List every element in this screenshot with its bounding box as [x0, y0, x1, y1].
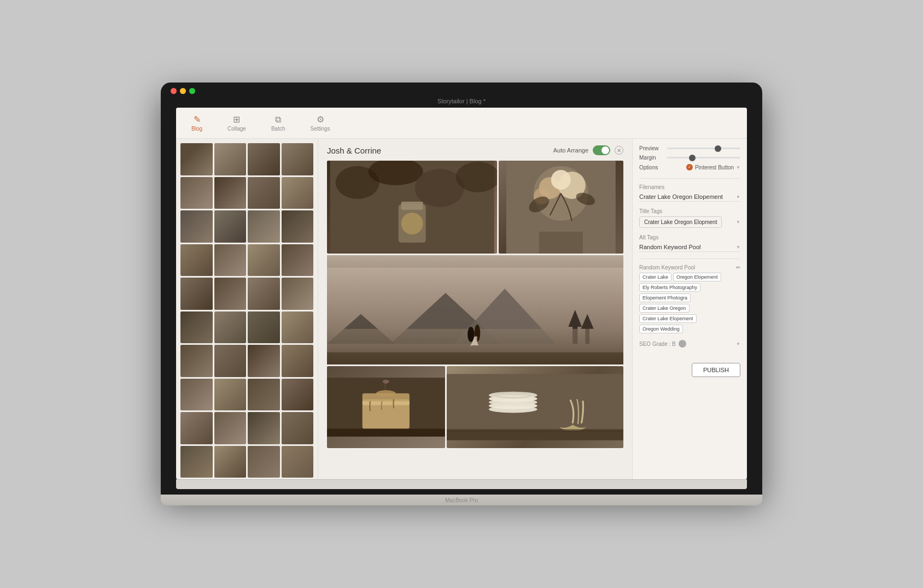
minimize-button[interactable] — [180, 88, 186, 94]
photo-thumb[interactable] — [248, 311, 280, 344]
keyword-tag[interactable]: Ely Roberts Photography — [639, 283, 700, 292]
photo-thumb[interactable] — [180, 446, 213, 478]
photo-thumb[interactable] — [214, 210, 247, 243]
collage-image-4[interactable] — [447, 366, 623, 448]
collage-icon: ⊞ — [233, 114, 240, 125]
photo-thumb[interactable] — [214, 412, 247, 444]
auto-arrange-toggle[interactable] — [593, 145, 610, 155]
photo-thumb[interactable] — [282, 345, 314, 377]
photo-thumb[interactable] — [248, 143, 280, 175]
preview-label: Preview — [639, 145, 664, 151]
close-collage-button[interactable]: ✕ — [615, 146, 623, 155]
photo-thumb[interactable] — [282, 177, 314, 209]
keyword-tag[interactable]: Elopement Photogra — [639, 293, 691, 302]
photo-thumb[interactable] — [248, 244, 280, 277]
blog-icon: ✎ — [194, 114, 201, 125]
keyword-tag[interactable]: Crater Lake — [639, 273, 671, 281]
close-button[interactable] — [171, 88, 177, 94]
photo-thumb[interactable] — [214, 311, 247, 344]
photo-thumb[interactable] — [214, 244, 247, 277]
window-title: Storytailor | Blog * — [437, 98, 486, 104]
photo-thumb[interactable] — [248, 177, 280, 209]
photo-thumb[interactable] — [282, 311, 314, 344]
macbook-label: MacBook Pro — [445, 497, 478, 503]
publish-button[interactable]: PUBLISH — [692, 363, 740, 377]
photo-thumb[interactable] — [282, 210, 314, 243]
keyword-tag[interactable]: Oregon Elopement — [673, 273, 721, 281]
svg-point-26 — [468, 327, 474, 342]
photo-thumb[interactable] — [180, 278, 213, 310]
keyword-tag[interactable]: Crater Lake Elopement — [639, 314, 697, 323]
batch-icon: ⧉ — [275, 115, 281, 125]
photo-thumb[interactable] — [214, 278, 247, 310]
filenames-label: Filenames — [639, 184, 740, 190]
edit-icon[interactable]: ✏ — [736, 264, 740, 271]
collage-header: Josh & Corrine Auto Arrange ✕ — [327, 145, 623, 155]
photo-thumb[interactable] — [180, 210, 213, 243]
seo-grade-badge — [679, 340, 686, 348]
filenames-chevron-icon[interactable]: ▼ — [736, 195, 740, 199]
collage-image-1[interactable] — [327, 161, 497, 254]
photo-thumb[interactable] — [248, 210, 280, 243]
nav-settings[interactable]: ⚙ Settings — [306, 112, 335, 134]
preview-slider[interactable] — [667, 148, 740, 149]
title-tags-section: Title Tags Crater Lake Oregon Elopment ▼ — [639, 208, 740, 228]
svg-rect-6 — [401, 202, 423, 210]
keyword-tag[interactable]: Oregon Wedding — [639, 325, 683, 333]
photo-thumb[interactable] — [180, 412, 213, 444]
photo-thumb[interactable] — [180, 177, 213, 209]
preview-thumb[interactable] — [715, 145, 721, 152]
svg-rect-42 — [447, 429, 623, 440]
photo-thumb[interactable] — [248, 412, 280, 444]
right-panel: Preview Margin Options — [632, 139, 747, 479]
keyword-pool-section: Random Keyword Pool ✏ Crater Lake Oregon… — [639, 264, 740, 333]
photo-thumb[interactable] — [180, 345, 213, 377]
photo-thumb[interactable] — [248, 278, 280, 310]
photo-thumb[interactable] — [282, 244, 314, 277]
options-label: Options — [639, 164, 664, 170]
fullscreen-button[interactable] — [189, 88, 195, 94]
photo-thumb[interactable] — [282, 143, 314, 175]
options-chevron-icon[interactable]: ▼ — [736, 165, 740, 170]
seo-grade-info: SEO Grade : B — [639, 340, 686, 348]
alt-tags-chevron-icon[interactable]: ▼ — [736, 245, 740, 250]
nav-batch[interactable]: ⧉ Batch — [267, 113, 290, 134]
photo-sidebar[interactable] — [176, 139, 318, 479]
photo-thumb[interactable] — [282, 379, 314, 411]
photo-thumb[interactable] — [282, 278, 314, 310]
mountain-landscape[interactable] — [327, 255, 623, 364]
nav-blog[interactable]: ✎ Blog — [187, 112, 207, 134]
collage-row-3 — [327, 366, 623, 448]
alt-tags-row[interactable]: Random Keyword Pool ▼ — [639, 243, 740, 252]
margin-label: Margin — [639, 155, 664, 161]
title-tags-row[interactable]: Crater Lake Oregon Elopment ▼ — [639, 216, 740, 228]
photo-thumb[interactable] — [214, 446, 247, 478]
collage-image-3[interactable] — [327, 366, 445, 448]
photo-thumb[interactable] — [282, 446, 314, 478]
seo-grade-row: SEO Grade : B ▼ — [639, 340, 740, 348]
collage-image-2[interactable] — [499, 161, 623, 254]
top-nav: ✎ Blog ⊞ Collage ⧉ Batch ⚙ Settings — [176, 108, 747, 139]
photo-thumb[interactable] — [180, 311, 213, 344]
main-content: Josh & Corrine Auto Arrange ✕ — [176, 139, 747, 479]
photo-thumb[interactable] — [214, 143, 247, 175]
keyword-tag[interactable]: Crater Lake Oregon — [639, 304, 690, 313]
margin-slider[interactable] — [667, 157, 740, 158]
photo-thumb[interactable] — [214, 345, 247, 377]
nav-collage[interactable]: ⊞ Collage — [223, 112, 250, 134]
title-tags-chevron-icon[interactable]: ▼ — [736, 220, 740, 225]
photo-thumb[interactable] — [180, 143, 213, 175]
filenames-row[interactable]: Crater Lake Oregon Elopement ▼ — [639, 192, 740, 202]
photo-thumb[interactable] — [180, 379, 213, 411]
photo-thumb[interactable] — [214, 177, 247, 209]
margin-thumb[interactable] — [689, 155, 696, 161]
photo-thumb[interactable] — [248, 379, 280, 411]
seo-chevron-icon[interactable]: ▼ — [736, 342, 740, 346]
alt-tags-section: Alt Tags Random Keyword Pool ▼ — [639, 234, 740, 252]
svg-point-33 — [376, 390, 396, 396]
photo-thumb[interactable] — [248, 446, 280, 478]
photo-thumb[interactable] — [248, 345, 280, 377]
photo-thumb[interactable] — [214, 379, 247, 411]
photo-thumb[interactable] — [282, 412, 314, 444]
photo-thumb[interactable] — [180, 244, 213, 277]
